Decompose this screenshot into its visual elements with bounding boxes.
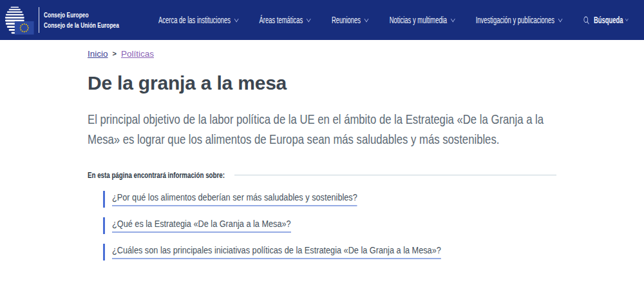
list-item: ¿Cuáles son las principales iniciativas … <box>103 244 556 260</box>
search-button[interactable]: Búsqueda <box>583 15 628 25</box>
chevron-down-icon <box>234 16 239 23</box>
nav-item-label: Investigación y publicaciones <box>476 15 554 25</box>
breadcrumb-link-politicas[interactable]: Políticas <box>121 49 154 59</box>
brand-line-council-eu: Consejo de la Unión Europea <box>44 20 122 30</box>
brand-divider <box>39 7 39 33</box>
page-title: De la granja a la mesa <box>88 72 556 95</box>
accent-bar <box>103 191 105 208</box>
chevron-down-icon <box>365 16 369 23</box>
search-label: Búsqueda <box>594 15 623 25</box>
list-item: ¿Por qué los alimentos deberían ser más … <box>103 191 556 208</box>
council-logo-icon <box>4 5 35 35</box>
site-header: Consejo Europeo Consejo de la Unión Euro… <box>0 0 644 40</box>
accent-bar <box>103 244 105 260</box>
nav-item-label: Acerca de las instituciones <box>158 15 231 25</box>
anchor-link-saludables-sostenibles[interactable]: ¿Por qué los alimentos deberían ser más … <box>112 192 357 207</box>
main-nav: Acerca de las instituciones Áreas temáti… <box>158 15 628 25</box>
chevron-down-icon <box>307 16 311 23</box>
breadcrumb-separator: > <box>113 50 117 57</box>
main-content: Inicio>Políticas De la granja a la mesa … <box>0 40 644 260</box>
anchor-link-list: ¿Por qué los alimentos deberían ser más … <box>103 191 556 260</box>
nav-item-reuniones[interactable]: Reuniones <box>332 15 368 25</box>
horizontal-rule <box>234 175 556 175</box>
nav-item-noticias-multimedia[interactable]: Noticias y multimedia <box>390 15 455 25</box>
list-item: ¿Qué es la Estrategia «De la Granja a la… <box>103 217 556 234</box>
breadcrumb: Inicio>Políticas <box>88 49 556 59</box>
nav-item-areas-tematicas[interactable]: Áreas temáticas <box>260 15 310 25</box>
search-icon <box>583 15 590 25</box>
anchor-link-iniciativas-politicas[interactable]: ¿Cuáles son las principales iniciativas … <box>112 244 441 260</box>
chevron-down-icon <box>625 17 629 21</box>
nav-item-label: Noticias y multimedia <box>390 15 447 25</box>
accent-bar <box>103 217 105 234</box>
home-logo-link[interactable]: Consejo Europeo Consejo de la Unión Euro… <box>4 0 153 40</box>
brand-text: Consejo Europeo Consejo de la Unión Euro… <box>44 10 122 30</box>
nav-item-instituciones[interactable]: Acerca de las instituciones <box>158 15 238 25</box>
anchor-link-que-es-estrategia[interactable]: ¿Qué es la Estrategia «De la Granja a la… <box>112 218 291 233</box>
chevron-down-icon <box>451 16 455 23</box>
nav-item-investigacion-publicaciones[interactable]: Investigación y publicaciones <box>476 15 562 25</box>
chevron-down-icon <box>558 16 563 23</box>
intro-paragraph: El principal objetivo de la labor políti… <box>88 109 566 150</box>
breadcrumb-link-inicio[interactable]: Inicio <box>88 49 108 59</box>
on-this-page-label: En esta página encontrará información so… <box>88 170 225 180</box>
on-this-page-header: En esta página encontrará información so… <box>88 170 556 180</box>
brand-line-european-council: Consejo Europeo <box>44 10 122 20</box>
nav-item-label: Áreas temáticas <box>260 15 303 25</box>
nav-item-label: Reuniones <box>332 15 361 25</box>
